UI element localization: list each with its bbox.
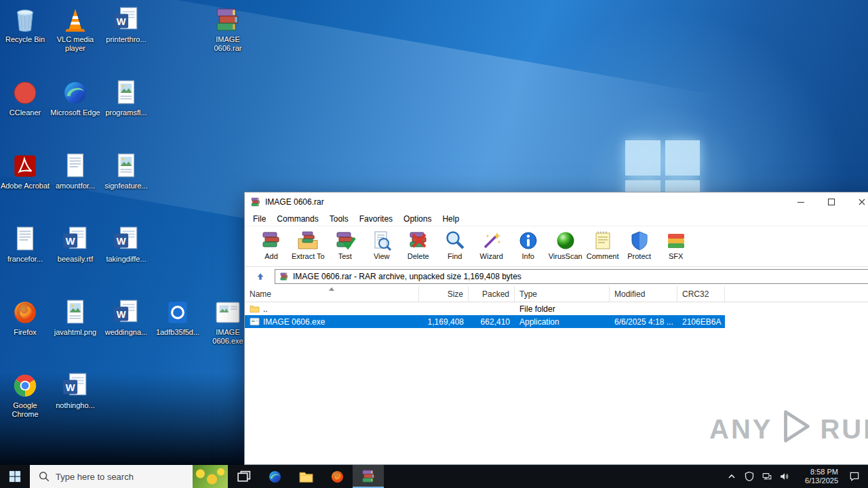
desktop-icon-image-0606-rar[interactable]: IMAGE 0606.rar [203,5,253,53]
desktop-icon-label: IMAGE 0606.rar [203,35,253,53]
desktop-icon-label: programsfl... [101,108,151,117]
word-icon: W [61,371,90,400]
toolbar-button-label: Extract To [292,252,325,260]
clock-time: 8:58 PM [810,468,838,476]
action-center-button[interactable] [841,465,868,488]
task-view-button[interactable] [228,465,259,488]
column-header-size[interactable]: Size [419,286,469,302]
address-field[interactable]: IMAGE 0606.rar - RAR archive, unpacked s… [275,269,868,284]
column-header-packed[interactable]: Packed [469,286,515,302]
desktop-icon-ccleaner[interactable]: CCleaner [0,79,50,117]
menu-options[interactable]: Options [398,214,437,224]
column-header-label: Size [448,289,463,299]
taskbar-firefox-button[interactable] [321,465,353,488]
toolbar-button-label: SFX [660,252,692,260]
desktop-icon-takingdiffe[interactable]: Wtakingdiffe... [101,225,151,264]
desktop-icon-microsoft-edge[interactable]: Microsoft Edge [50,79,100,117]
desktop-icon-label: Google Chrome [0,401,50,419]
toolbar-test-button[interactable]: Test [327,229,363,260]
file-modified-cell: 6/6/2025 4:18 ... [610,315,677,328]
toolbar-button-label: Test [329,252,361,260]
add-icon [260,230,282,251]
menu-tools[interactable]: Tools [324,214,354,224]
toolbar-delete-button[interactable]: Delete [400,229,437,260]
taskbar: Type here to search 8:58 PM 6/13/2025 [0,465,868,488]
archive-description: IMAGE 0606.rar - RAR archive, unpacked s… [293,272,521,281]
toolbar-find-button[interactable]: Find [437,229,473,260]
toolbar-button-label: Comment [587,252,619,260]
desktop-icon-signfeature[interactable]: signfeature... [101,152,151,190]
file-name-cell: .. [245,302,419,315]
toolbar-protect-button[interactable]: Protect [621,229,658,260]
toolbar-comment-button[interactable]: Comment [585,229,621,260]
svg-text:W: W [66,382,75,393]
desktop-icon-adobe-acrobat[interactable]: Adobe Acrobat [0,152,50,190]
up-one-level-button[interactable] [250,269,271,284]
desktop-icon-printerthro[interactable]: Wprinterthro... [101,5,151,44]
file-packed-cell: 662,410 [469,315,515,328]
close-button[interactable] [846,192,868,211]
security-tray-icon[interactable] [741,465,758,488]
search-icon [38,470,50,483]
desktop-icon-label: VLC media player [50,35,100,53]
window-titlebar[interactable]: IMAGE 0606.rar [245,192,868,211]
column-header-crc32[interactable]: CRC32 [677,286,725,302]
column-header-type[interactable]: Type [515,286,610,302]
desktop-icon-google-chrome[interactable]: Google Chrome [0,371,50,419]
desktop-icon-firefox[interactable]: Firefox [0,298,50,337]
toolbar-add-button[interactable]: Add [253,229,290,260]
chrome-icon [11,371,39,400]
toolbar: AddExtract ToTestViewDeleteFindWizardInf… [245,226,868,267]
column-header-name[interactable]: Name [245,286,419,302]
taskbar-search[interactable]: Type here to search [30,465,228,488]
toolbar-wizard-button[interactable]: Wizard [473,229,510,260]
desktop-icon-weddingna[interactable]: Wweddingna... [101,298,151,337]
desktop-icon-amountfor[interactable]: amountfor... [50,152,100,190]
doc-image-icon [112,79,140,107]
svg-text:W: W [117,236,126,247]
hidden-icons-chevron[interactable] [723,465,741,488]
desktop-icon-nothingho[interactable]: Wnothingho... [50,371,100,410]
desktop-icon-label: Microsoft Edge [50,108,100,117]
desktop-icon-javahtml-png[interactable]: javahtml.png [50,298,100,337]
toolbar-extract-to-button[interactable]: Extract To [290,229,327,260]
column-header-modified[interactable]: Modified [610,286,677,302]
taskbar-edge-button[interactable] [259,465,290,488]
network-tray-icon[interactable] [758,465,776,488]
desktop-icon-label: Adobe Acrobat [0,182,50,190]
file-size-cell [419,302,469,315]
toolbar-view-button[interactable]: View [363,229,400,260]
menu-help[interactable]: Help [437,214,465,224]
desktop-icon-recycle-bin[interactable]: Recycle Bin [0,5,50,44]
toolbar-sfx-button[interactable]: SFX [658,229,694,260]
menu-favorites[interactable]: Favorites [354,214,398,224]
taskbar-winrar-button[interactable] [353,465,384,488]
desktop-icon-1adfb35f5d[interactable]: 1adfb35f5d... [153,298,203,337]
toolbar-virusscan-button[interactable]: VirusScan [547,229,585,260]
vlc-icon [61,5,90,34]
doc-plain-icon [11,225,39,253]
start-button[interactable] [0,465,30,488]
desktop-icon-programsfl[interactable]: programsfl... [101,79,151,117]
toolbar-button-label: VirusScan [549,252,583,260]
desktop-icon-vlc-media-player[interactable]: VLC media player [50,5,100,53]
recycle-bin-icon [11,5,39,34]
file-row-image-0606-exe[interactable]: IMAGE 0606.exe1,169,408662,410Applicatio… [245,315,725,328]
minimize-button[interactable] [785,192,816,211]
address-bar: IMAGE 0606.rar - RAR archive, unpacked s… [245,267,868,286]
taskbar-clock[interactable]: 8:58 PM 6/13/2025 [793,465,841,488]
menu-file[interactable]: File [248,214,271,224]
column-header-label: Modified [614,289,645,299]
menu-commands[interactable]: Commands [271,214,323,224]
maximize-button[interactable] [816,192,846,211]
taskbar-explorer-button[interactable] [290,465,321,488]
toolbar-info-button[interactable]: Info [510,229,547,260]
sfx-icon [665,230,687,251]
watermark-text-any: ANY [709,414,772,445]
file-row-parent-dir[interactable]: ..File folder [245,302,868,315]
desktop-icon-beeasily-rtf[interactable]: Wbeeasily.rtf [50,225,100,264]
volume-tray-icon[interactable] [776,465,793,488]
desktop-icon-label: beeasily.rtf [50,255,100,264]
desktop: Recycle BinVLC media playerWprinterthro.… [0,0,868,488]
desktop-icon-francefor[interactable]: francefor... [0,225,50,264]
